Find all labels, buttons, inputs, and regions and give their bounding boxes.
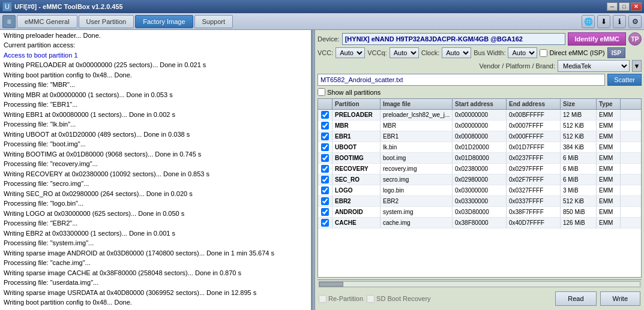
td-partition: PRELOADER bbox=[333, 110, 381, 120]
clock-select[interactable]: Auto bbox=[442, 47, 471, 58]
td-imagefile: lk.bin bbox=[381, 142, 453, 152]
scroll-track[interactable] bbox=[319, 281, 640, 287]
show-all-checkbox[interactable] bbox=[317, 88, 325, 96]
re-partition-label[interactable]: Re-Partition bbox=[319, 295, 363, 303]
close-button[interactable]: ✕ bbox=[631, 2, 642, 11]
table-row[interactable]: EBR2 EBR2 0x03300000 0x0337FFFF 512 KiB … bbox=[318, 196, 641, 207]
td-check[interactable] bbox=[318, 153, 333, 163]
tab-factory-image[interactable]: Factory Image bbox=[135, 15, 193, 28]
td-size: 512 KiB bbox=[561, 196, 597, 206]
direct-emmc-text: Direct eMMC (ISP) bbox=[549, 49, 604, 56]
td-check[interactable] bbox=[318, 207, 333, 217]
globe-icon[interactable]: 🌐 bbox=[582, 15, 595, 28]
td-start: 0x01D80000 bbox=[453, 153, 507, 163]
tab-support[interactable]: Support bbox=[194, 15, 233, 28]
table-row[interactable]: CACHE cache.img 0x38F80000 0x40D7FFFF 12… bbox=[318, 218, 641, 228]
td-start: 0x01D20000 bbox=[453, 142, 507, 152]
td-check[interactable] bbox=[318, 174, 333, 185]
vendor-select[interactable]: MediaTek bbox=[558, 60, 630, 72]
td-check[interactable] bbox=[318, 142, 333, 152]
hamburger-menu[interactable]: ≡ bbox=[2, 15, 16, 28]
tp-button[interactable]: TP bbox=[628, 32, 642, 46]
tab-user-partition[interactable]: User Partition bbox=[79, 15, 134, 28]
sd-boot-checkbox[interactable] bbox=[367, 295, 375, 303]
td-end: 0x40D7FFFF bbox=[507, 218, 561, 228]
scatter-file-input[interactable] bbox=[317, 74, 605, 86]
download-icon[interactable]: ⬇ bbox=[597, 15, 610, 28]
table-row[interactable]: ANDROID system.img 0x03D80000 0x38F7FFFF… bbox=[318, 207, 641, 218]
direct-emmc-label[interactable]: Direct eMMC (ISP) bbox=[540, 49, 604, 57]
td-check[interactable] bbox=[318, 164, 333, 174]
table-row[interactable]: BOOTIMG boot.img 0x01D80000 0x0237FFFF 6… bbox=[318, 153, 641, 164]
td-imagefile: secro.img bbox=[381, 174, 453, 185]
minimize-button[interactable]: ─ bbox=[607, 2, 618, 11]
app-icon: U bbox=[2, 2, 12, 11]
write-button[interactable]: Write bbox=[600, 291, 640, 306]
td-type: EMM bbox=[597, 110, 621, 120]
td-type: EMM bbox=[597, 196, 621, 206]
td-check[interactable] bbox=[318, 121, 333, 131]
re-partition-checkbox[interactable] bbox=[319, 295, 327, 303]
td-imagefile: cache.img bbox=[381, 218, 453, 228]
table-row[interactable]: MBR MBR 0x00000000 0x0007FFFF 512 KiB EM… bbox=[318, 121, 641, 131]
td-partition: EBR2 bbox=[333, 196, 381, 206]
log-line: Writing SEC_RO at 0x02980000 (264 sector… bbox=[4, 189, 307, 199]
vcc-label: VCC: bbox=[317, 49, 333, 56]
log-line: Processing file: "lk.bin"... bbox=[4, 119, 307, 130]
titlebar: U UFI[#0] - eMMC ToolBox v1.2.0.455 ─ □ … bbox=[0, 0, 644, 13]
table-row[interactable]: LOGO logo.bin 0x03000000 0x0327FFFF 3 Mi… bbox=[318, 185, 641, 196]
log-line: Writing boot partition config to 0x48...… bbox=[4, 297, 307, 308]
td-start: 0x00000000 bbox=[453, 110, 507, 120]
log-line: Processing file: "MBR"... bbox=[4, 80, 307, 90]
isp-button[interactable]: ISP bbox=[607, 47, 625, 58]
td-type: EMM bbox=[597, 153, 621, 163]
scatter-button[interactable]: Scatter bbox=[607, 74, 642, 86]
td-type: EMM bbox=[597, 121, 621, 131]
menubar: ≡ eMMC General User Partition Factory Im… bbox=[0, 13, 644, 30]
table-row[interactable]: UBOOT lk.bin 0x01D20000 0x01D7FFFF 384 K… bbox=[318, 142, 641, 153]
td-check[interactable] bbox=[318, 218, 333, 228]
td-end: 0x00BFFFFF bbox=[507, 110, 561, 120]
td-imagefile: EBR1 bbox=[381, 131, 453, 142]
td-check[interactable] bbox=[318, 131, 333, 142]
td-check[interactable] bbox=[318, 185, 333, 195]
read-button[interactable]: Read bbox=[555, 291, 596, 306]
td-type: EMM bbox=[597, 174, 621, 185]
table-row[interactable]: SEC_RO secro.img 0x02980000 0x02F7FFFF 6… bbox=[318, 174, 641, 185]
td-partition: LOGO bbox=[333, 185, 381, 195]
horizontal-scrollbar[interactable] bbox=[317, 279, 642, 288]
show-all-row: Show all partitions bbox=[317, 88, 642, 97]
vccq-select[interactable]: Auto bbox=[390, 47, 419, 58]
td-check[interactable] bbox=[318, 110, 333, 120]
td-partition: BOOTIMG bbox=[333, 153, 381, 163]
info-icon[interactable]: ℹ bbox=[613, 15, 626, 28]
show-all-label[interactable]: Show all partitions bbox=[317, 88, 381, 96]
log-line: Writing boot partition config to 0x48...… bbox=[4, 70, 307, 80]
td-check[interactable] bbox=[318, 196, 333, 206]
td-type: EMM bbox=[597, 185, 621, 195]
table-row[interactable]: RECOVERY recovery.img 0x02380000 0x0297F… bbox=[318, 164, 641, 174]
td-partition: RECOVERY bbox=[333, 164, 381, 174]
device-row: Device: Identify eMMC TP bbox=[317, 32, 642, 46]
show-all-text: Show all partitions bbox=[327, 89, 381, 96]
td-size: 3 MiB bbox=[561, 185, 597, 195]
log-line: Processing file: "EBR1"... bbox=[4, 100, 307, 110]
identify-emmc-button[interactable]: Identify eMMC bbox=[568, 32, 626, 46]
vendor-expand-button[interactable]: ▼ bbox=[632, 60, 642, 72]
maximize-button[interactable]: □ bbox=[619, 2, 630, 11]
sd-boot-label[interactable]: SD Boot Recovery bbox=[367, 295, 430, 303]
buswidth-label: Bus Width: bbox=[474, 49, 505, 56]
vcc-select[interactable]: Auto bbox=[336, 47, 365, 58]
direct-emmc-checkbox[interactable] bbox=[540, 49, 547, 57]
bottom-row: Re-Partition SD Boot Recovery Read Write bbox=[317, 290, 642, 308]
td-type: EMM bbox=[597, 142, 621, 152]
table-row[interactable]: EBR1 EBR1 0x00080000 0x000FFFFF 512 KiB … bbox=[318, 131, 641, 142]
tab-emmc-general[interactable]: eMMC General bbox=[17, 15, 77, 28]
td-start: 0x00080000 bbox=[453, 131, 507, 142]
td-size: 512 KiB bbox=[561, 131, 597, 142]
settings-icon[interactable]: ⚙ bbox=[628, 15, 642, 28]
device-input[interactable] bbox=[342, 33, 566, 45]
scroll-thumb[interactable] bbox=[319, 282, 343, 287]
buswidth-select[interactable]: Auto bbox=[508, 47, 537, 58]
table-row[interactable]: PRELOADER preloader_lcsh82_we_j... 0x000… bbox=[318, 110, 641, 121]
